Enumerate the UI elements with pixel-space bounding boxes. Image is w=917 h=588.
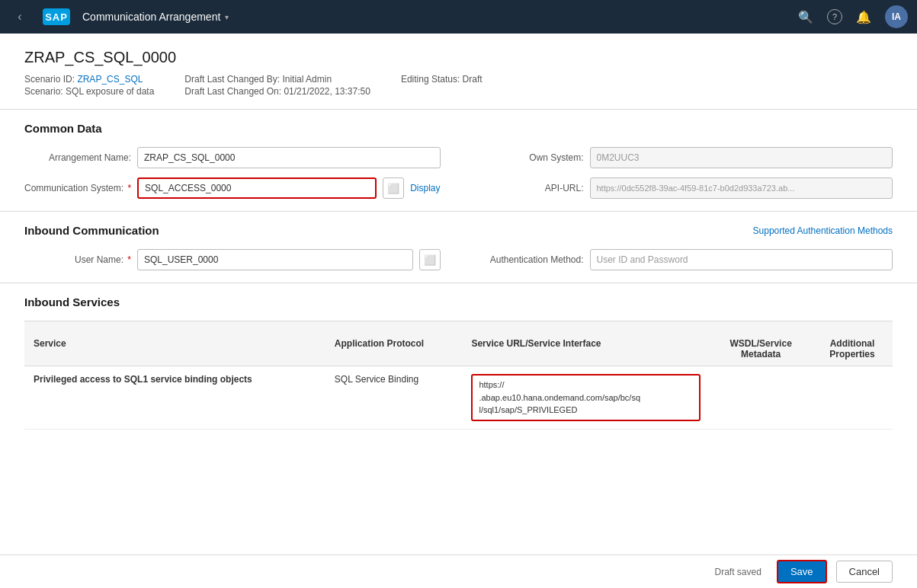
nav-icons: 🔍 ? 🔔 IA — [798, 5, 908, 28]
communication-system-row: Communication System: * ⬜ Display — [24, 177, 441, 199]
inbound-comm-header: Inbound Communication Supported Authenti… — [24, 224, 893, 237]
scenario-id-link[interactable]: ZRAP_CS_SQL — [77, 74, 143, 85]
common-data-section: Common Data Arrangement Name: Own System… — [24, 110, 893, 211]
draft-changed-by-value: Initial Admin — [282, 74, 332, 85]
app-protocol-cell: SQL Service Binding — [325, 366, 463, 430]
scenario-label: Scenario: — [24, 86, 63, 97]
api-url-row: API-URL: — [477, 177, 893, 199]
metadata-scenario: Scenario ID: ZRAP_CS_SQL Scenario: SQL e… — [24, 74, 154, 97]
auth-method-row: Authentication Method: — [477, 249, 893, 270]
help-icon[interactable]: ? — [827, 9, 842, 24]
inbound-services-header: Inbound Services — [24, 296, 893, 308]
draft-changed-on-label: Draft Last Changed On: — [184, 86, 281, 97]
metadata-draft: Draft Last Changed By: Initial Admin Dra… — [184, 74, 370, 97]
own-system-row: Own System: — [477, 147, 893, 168]
draft-changed-on-value: 01/21/2022, 13:37:50 — [284, 86, 370, 97]
table-row: Privileged access to SQL1 service bindin… — [24, 366, 893, 430]
display-link[interactable]: Display — [410, 183, 440, 193]
auth-method-label: Authentication Method: — [477, 254, 584, 265]
user-name-input[interactable] — [137, 249, 413, 270]
col-wsdl-metadata: WSDL/Service Metadata — [710, 321, 812, 366]
notification-icon[interactable]: 🔔 — [856, 10, 871, 24]
communication-system-input[interactable] — [137, 177, 377, 199]
service-url-cell: https:// .abap.eu10.hana.ondemand.com/sa… — [462, 366, 710, 430]
back-button[interactable]: ‹ — [9, 6, 30, 27]
services-table: Service Application Protocol Service URL… — [24, 321, 893, 430]
own-system-input — [590, 147, 893, 168]
metadata-editing: Editing Status: Draft — [401, 74, 483, 97]
required-indicator: * — [127, 254, 131, 265]
inbound-services-title: Inbound Services — [24, 296, 120, 308]
common-data-form: Arrangement Name: Own System: Communicat… — [24, 147, 893, 199]
wsdl-metadata-cell — [710, 366, 812, 430]
additional-props-cell — [812, 366, 893, 430]
chevron-down-icon: ▾ — [225, 13, 229, 21]
common-data-title: Common Data — [24, 122, 102, 135]
cancel-button[interactable]: Cancel — [836, 561, 893, 583]
services-table-header: Service Application Protocol Service URL… — [24, 321, 893, 366]
arrangement-name-label: Arrangement Name: — [24, 152, 131, 163]
col-app-protocol: Application Protocol — [325, 321, 463, 366]
scenario-id-label: Scenario ID: — [24, 74, 75, 85]
metadata-row: Scenario ID: ZRAP_CS_SQL Scenario: SQL e… — [24, 74, 893, 109]
page-footer: Draft saved Save Cancel — [0, 554, 917, 588]
communication-system-browse-button[interactable]: ⬜ — [383, 177, 404, 199]
api-url-input — [590, 177, 893, 199]
services-table-body: Privileged access to SQL1 service bindin… — [24, 366, 893, 430]
inbound-services-section: Inbound Services Service Application Pro… — [24, 283, 893, 442]
services-table-header-row: Service Application Protocol Service URL… — [24, 321, 893, 366]
save-button[interactable]: Save — [777, 560, 827, 583]
user-name-row: User Name: * ⬜ — [24, 249, 441, 270]
supported-auth-link[interactable]: Supported Authentication Methods — [753, 225, 893, 236]
inbound-comm-form: User Name: * ⬜ Authentication Method: — [24, 249, 893, 270]
service-name-cell: Privileged access to SQL1 service bindin… — [24, 366, 325, 430]
required-indicator: * — [127, 183, 131, 193]
own-system-label: Own System: — [477, 152, 584, 163]
scenario-value: SQL exposure of data — [66, 86, 154, 97]
col-additional-props: Additional Properties — [812, 321, 893, 366]
avatar[interactable]: IA — [885, 5, 908, 28]
inbound-comm-title: Inbound Communication — [24, 224, 159, 237]
editing-status-label: Editing Status: — [401, 74, 460, 85]
col-service: Service — [24, 321, 325, 366]
draft-changed-by-label: Draft Last Changed By: — [184, 74, 280, 85]
nav-title: Communication Arrangement ▾ — [82, 11, 229, 23]
arrangement-name-input[interactable] — [137, 147, 441, 168]
top-nav: ‹ SAP Communication Arrangement ▾ 🔍 ? 🔔 … — [0, 0, 917, 34]
common-data-header: Common Data — [24, 122, 893, 135]
api-url-label: API-URL: — [477, 183, 584, 193]
communication-system-label: Communication System: * — [24, 183, 131, 193]
auth-method-input — [590, 249, 893, 270]
arrangement-name-row: Arrangement Name: — [24, 147, 441, 168]
user-name-label: User Name: * — [24, 254, 131, 265]
search-icon[interactable]: 🔍 — [798, 10, 813, 24]
col-service-url: Service URL/Service Interface — [462, 321, 710, 366]
editing-status-value: Draft — [463, 74, 483, 85]
service-url-box: https:// .abap.eu10.hana.ondemand.com/sa… — [471, 374, 701, 421]
page-title: ZRAP_CS_SQL_0000 — [24, 49, 893, 66]
sap-logo: SAP — [43, 8, 70, 25]
inbound-communication-section: Inbound Communication Supported Authenti… — [24, 212, 893, 283]
page-content: ZRAP_CS_SQL_0000 Scenario ID: ZRAP_CS_SQ… — [0, 34, 917, 588]
user-name-browse-button[interactable]: ⬜ — [419, 249, 441, 270]
footer-status: Draft saved — [715, 567, 761, 577]
